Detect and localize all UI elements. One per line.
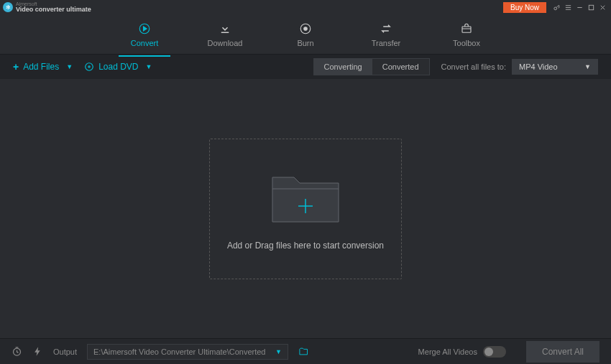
- open-folder-button[interactable]: [298, 346, 309, 357]
- minimize-button[interactable]: [574, 1, 585, 13]
- maximize-button[interactable]: [585, 1, 597, 13]
- folder-icon: [267, 167, 344, 226]
- key-icon[interactable]: [551, 1, 562, 13]
- svg-point-6: [86, 63, 93, 71]
- chevron-down-icon: ▼: [146, 63, 152, 70]
- toolbox-icon: [459, 22, 474, 36]
- logo-icon: ✻: [3, 2, 13, 12]
- nav-label: Toolbox: [453, 39, 480, 47]
- dropzone-text: Add or Drag files here to start conversi…: [227, 241, 384, 251]
- download-icon: [218, 22, 232, 36]
- transfer-icon: [379, 22, 393, 36]
- add-files-label: Add Files: [23, 62, 59, 72]
- convert-all-button[interactable]: Convert All: [526, 341, 599, 363]
- nav-label: Convert: [131, 39, 159, 47]
- tab-converted[interactable]: Converted: [372, 59, 429, 75]
- nav-download[interactable]: Download: [199, 19, 251, 50]
- toolbar: + Add Files ▼ Load DVD ▼ Converting Conv…: [0, 55, 611, 79]
- nav-label: Transfer: [372, 39, 401, 47]
- nav-label: Download: [208, 39, 243, 47]
- output-label: Output: [53, 347, 77, 356]
- burn-icon: [298, 22, 313, 36]
- clock-icon[interactable]: [12, 346, 22, 357]
- svg-rect-1: [589, 5, 593, 9]
- svg-point-4: [304, 27, 308, 30]
- footer: Output E:\Aimersoft Video Converter Ulti…: [0, 338, 611, 364]
- merge-toggle[interactable]: [483, 346, 506, 358]
- chevron-down-icon: ▼: [584, 63, 591, 70]
- convert-icon: [137, 22, 152, 36]
- status-segment: Converting Converted: [313, 58, 430, 75]
- chevron-down-icon: ▼: [66, 63, 73, 70]
- titlebar: ✻ Aimersoft Video converter ultimate Buy…: [0, 0, 611, 14]
- main-nav: Convert Download Burn Transfer Toolbox: [0, 14, 611, 55]
- brand-bottom: Video converter ultimate: [16, 6, 91, 13]
- svg-point-0: [553, 7, 556, 10]
- format-value: MP4 Video: [519, 62, 558, 71]
- load-dvd-button[interactable]: Load DVD ▼: [84, 62, 152, 72]
- output-path-select[interactable]: E:\Aimersoft Video Converter Ultimate\Co…: [87, 344, 288, 360]
- svg-rect-5: [462, 27, 471, 32]
- buy-now-button[interactable]: Buy Now: [503, 2, 546, 13]
- menu-icon[interactable]: [562, 1, 574, 13]
- format-select[interactable]: MP4 Video ▼: [512, 59, 598, 75]
- nav-label: Burn: [297, 39, 313, 47]
- load-dvd-label: Load DVD: [98, 62, 138, 72]
- close-button[interactable]: [597, 1, 608, 13]
- merge-label: Merge All Videos: [418, 347, 477, 356]
- nav-transfer[interactable]: Transfer: [360, 19, 412, 50]
- nav-toolbox[interactable]: Toolbox: [441, 19, 492, 50]
- output-path-value: E:\Aimersoft Video Converter Ultimate\Co…: [93, 347, 265, 356]
- app-logo: ✻ Aimersoft Video converter ultimate: [3, 1, 91, 13]
- lightning-icon[interactable]: [32, 346, 43, 357]
- nav-convert[interactable]: Convert: [119, 19, 170, 50]
- main-area: Add or Drag files here to start conversi…: [0, 79, 611, 338]
- svg-point-7: [88, 66, 90, 67]
- tab-converting[interactable]: Converting: [314, 59, 372, 75]
- convert-to-label: Convert all files to:: [441, 62, 506, 71]
- chevron-down-icon: ▼: [275, 348, 282, 355]
- dropzone[interactable]: Add or Drag files here to start conversi…: [209, 139, 402, 279]
- add-files-button[interactable]: + Add Files ▼: [13, 61, 73, 73]
- nav-burn[interactable]: Burn: [280, 19, 331, 50]
